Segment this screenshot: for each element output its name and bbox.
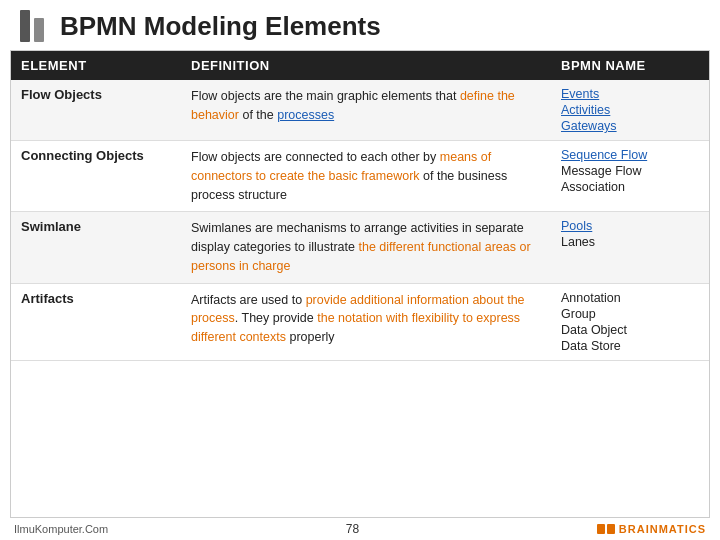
definition-text: Flow objects are connected to each other… <box>191 150 507 202</box>
main-table-container: ELEMENT DEFINITION BPMN NAME Flow Object… <box>10 50 710 518</box>
header-icon <box>20 10 44 42</box>
bpmn-name-item: Pools <box>561 219 710 233</box>
element-cell: Swimlane <box>11 212 181 283</box>
brainmatics-logo: BRAINMATICS <box>597 523 706 535</box>
col-header-bpmn: BPMN NAME <box>551 51 710 80</box>
bpmn-name-cell: PoolsLanes <box>551 212 710 283</box>
definition-cell: Flow objects are the main graphic elemen… <box>181 80 551 141</box>
logo-boxes <box>597 524 615 534</box>
bpmn-name-cell: AnnotationGroupData ObjectData Store <box>551 283 710 360</box>
table-row: ArtifactsArtifacts are used to provide a… <box>11 283 710 360</box>
bpmn-name-item: Annotation <box>561 291 710 305</box>
definition-text: Flow objects are the main graphic elemen… <box>191 89 515 122</box>
bpmn-name-item: Events <box>561 87 710 101</box>
header: BPMN Modeling Elements <box>0 0 720 50</box>
bpmn-name-item: Activities <box>561 103 710 117</box>
bpmn-name-cell: Sequence FlowMessage FlowAssociation <box>551 141 710 212</box>
element-cell: Artifacts <box>11 283 181 360</box>
table-row: Flow ObjectsFlow objects are the main gr… <box>11 80 710 141</box>
element-label: Flow Objects <box>21 87 102 102</box>
logo-text: BRAINMATICS <box>619 523 706 535</box>
element-cell: Flow Objects <box>11 80 181 141</box>
element-label: Swimlane <box>21 219 81 234</box>
definition-cell: Artifacts are used to provide additional… <box>181 283 551 360</box>
page-title: BPMN Modeling Elements <box>60 11 381 42</box>
bpmn-name-item: Data Store <box>561 339 710 353</box>
bpmn-name-cell: EventsActivitiesGateways <box>551 80 710 141</box>
definition-cell: Swimlanes are mechanisms to arrange acti… <box>181 212 551 283</box>
bpmn-name-item: Data Object <box>561 323 710 337</box>
logo-box-1 <box>597 524 605 534</box>
logo-box-2 <box>607 524 615 534</box>
col-header-definition: DEFINITION <box>181 51 551 80</box>
bpmn-name-item: Message Flow <box>561 164 710 178</box>
footer-page-number: 78 <box>108 522 597 536</box>
bpmn-table: ELEMENT DEFINITION BPMN NAME Flow Object… <box>11 51 710 361</box>
bpmn-name-item: Group <box>561 307 710 321</box>
col-header-element: ELEMENT <box>11 51 181 80</box>
table-row: SwimlaneSwimlanes are mechanisms to arra… <box>11 212 710 283</box>
definition-text: Artifacts are used to provide additional… <box>191 293 525 345</box>
table-header-row: ELEMENT DEFINITION BPMN NAME <box>11 51 710 80</box>
table-row: Connecting ObjectsFlow objects are conne… <box>11 141 710 212</box>
bpmn-name-item: Gateways <box>561 119 710 133</box>
bpmn-name-item: Association <box>561 180 710 194</box>
bpmn-name-item: Lanes <box>561 235 710 249</box>
element-label: Connecting Objects <box>21 148 144 163</box>
definition-cell: Flow objects are connected to each other… <box>181 141 551 212</box>
footer-left-text: IlmuKomputer.Com <box>14 523 108 535</box>
page: BPMN Modeling Elements ELEMENT DEFINITIO… <box>0 0 720 540</box>
footer: IlmuKomputer.Com 78 BRAINMATICS <box>0 518 720 540</box>
element-label: Artifacts <box>21 291 74 306</box>
definition-text: Swimlanes are mechanisms to arrange acti… <box>191 221 531 273</box>
bpmn-name-item: Sequence Flow <box>561 148 710 162</box>
element-cell: Connecting Objects <box>11 141 181 212</box>
